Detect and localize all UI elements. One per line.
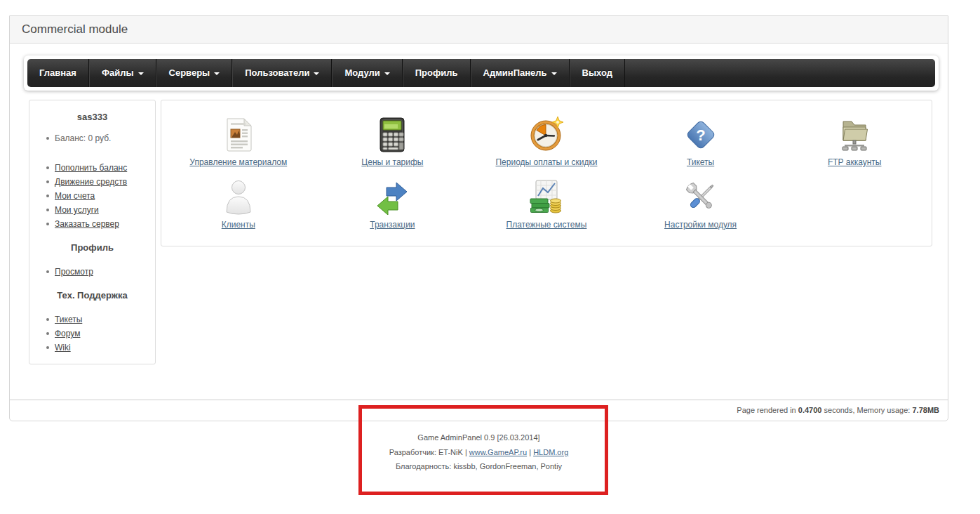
nav-item-adminpanel[interactable]: АдминПанель xyxy=(471,59,570,87)
shortcut-label: Тикеты xyxy=(687,157,714,167)
nav-item-label: Серверы xyxy=(169,67,210,78)
nav-item-label: Выход xyxy=(582,67,612,78)
sidebar-link-forum[interactable]: Форум xyxy=(55,329,80,338)
list-item: Просмотр xyxy=(43,265,155,279)
nav-item-users[interactable]: Пользователи xyxy=(232,59,332,87)
list-item: Пополнить баланс xyxy=(43,161,155,175)
footer-text: | xyxy=(527,448,533,456)
footer-thanks-line: Благодарность: kissbb, GordonFreeman, Po… xyxy=(9,459,948,474)
render-time-value: 0.4700 xyxy=(798,406,822,414)
status-text: Page rendered in xyxy=(737,406,798,414)
list-item: Форум xyxy=(43,327,155,341)
footer-version-line: Game AdminPanel 0.9 [26.03.2014] xyxy=(9,430,948,445)
render-statusbar: Page rendered in 0.4700 seconds, Memory … xyxy=(10,400,948,414)
shortcut-prices-tariffs[interactable]: Цены и тарифы xyxy=(316,114,470,167)
list-item: Мои услуги xyxy=(43,203,155,217)
nav-item-label: Пользователи xyxy=(245,67,309,78)
chevron-down-icon xyxy=(138,72,144,75)
shortcut-label: Управление материалом xyxy=(189,157,287,167)
payment-chart-icon xyxy=(528,177,565,215)
sidebar-username: sas333 xyxy=(29,112,155,122)
nav-item-label: Главная xyxy=(39,67,76,78)
sidebar-link-my-invoices[interactable]: Мои счета xyxy=(55,191,95,201)
nav-item-label: Профиль xyxy=(415,67,458,78)
shortcut-tickets[interactable]: ? Тикеты xyxy=(624,114,778,167)
sidebar: sas333 Баланс: 0 руб. Пополнить баланс Д… xyxy=(29,100,156,364)
tools-icon xyxy=(683,177,718,215)
list-item: Движение средств xyxy=(43,175,155,189)
nav-item-logout[interactable]: Выход xyxy=(570,59,625,87)
document-icon xyxy=(223,114,254,152)
sidebar-header-profile: Профиль xyxy=(29,242,155,253)
shortcut-label: Клиенты xyxy=(222,220,255,230)
navbar-wrapper: Главная Файлы Серверы Пользователи Модул… xyxy=(24,55,939,91)
shortcut-material-management[interactable]: Управление материалом xyxy=(161,114,316,167)
shortcut-module-settings[interactable]: Настройки модуля xyxy=(624,177,778,230)
shortcut-label: Цены и тарифы xyxy=(361,157,423,167)
network-folder-icon xyxy=(837,114,872,152)
svg-text:?: ? xyxy=(696,126,705,144)
shortcut-ftp-accounts[interactable]: FTP аккаунты xyxy=(777,114,932,167)
page-container: Commercial module Главная Файлы Серверы … xyxy=(9,15,948,421)
person-icon xyxy=(222,177,255,215)
sidebar-link-topup[interactable]: Пополнить баланс xyxy=(55,163,127,173)
clock-icon xyxy=(528,114,565,152)
shortcut-label: Периоды оплаты и скидки xyxy=(495,157,597,167)
chevron-down-icon xyxy=(214,72,220,75)
hldm-link[interactable]: HLDM.org xyxy=(533,448,568,456)
shortcut-clients[interactable]: Клиенты xyxy=(161,177,316,230)
shortcut-payment-systems[interactable]: Платежные системы xyxy=(469,177,624,230)
sidebar-link-order-server[interactable]: Заказать сервер xyxy=(55,219,119,229)
nav-item-servers[interactable]: Серверы xyxy=(156,59,233,87)
shortcut-label: FTP аккаунты xyxy=(828,157,882,167)
transfer-arrows-icon xyxy=(375,177,410,215)
list-item: Мои счета xyxy=(43,189,155,203)
nav-item-files[interactable]: Файлы xyxy=(89,59,156,87)
sidebar-link-wiki[interactable]: Wiki xyxy=(55,343,71,352)
nav-item-profile[interactable]: Профиль xyxy=(403,59,471,87)
module-shortcuts-panel: Управление материалом xyxy=(161,100,932,246)
help-diamond-icon: ? xyxy=(683,114,718,152)
gameap-link[interactable]: www.GameAP.ru xyxy=(469,448,527,456)
shortcut-label: Транзакции xyxy=(370,220,415,230)
balance-text: Баланс: 0 руб. xyxy=(43,131,155,145)
nav-item-label: Файлы xyxy=(102,67,134,78)
calculator-icon xyxy=(378,114,406,152)
shortcut-label: Настройки модуля xyxy=(664,220,737,230)
module-header: Commercial module xyxy=(10,16,948,44)
list-item: Заказать сервер xyxy=(43,217,155,231)
sidebar-link-my-services[interactable]: Мои услуги xyxy=(55,205,99,215)
nav-item-modules[interactable]: Модули xyxy=(332,59,402,87)
footer: Game AdminPanel 0.9 [26.03.2014] Разрабо… xyxy=(9,430,948,474)
list-item: Wiki xyxy=(43,341,155,355)
sidebar-link-funds-flow[interactable]: Движение средств xyxy=(55,177,127,187)
nav-item-label: АдминПанель xyxy=(483,67,547,78)
shortcut-label: Платежные системы xyxy=(506,220,587,230)
list-item: Тикеты xyxy=(43,312,155,327)
footer-developer-line: Разработчик: ET-NiK | www.GameAP.ru | HL… xyxy=(9,445,948,460)
icon-grid: Управление материалом xyxy=(161,100,932,230)
shortcut-transactions[interactable]: Транзакции xyxy=(316,177,470,230)
chevron-down-icon xyxy=(551,72,557,75)
chevron-down-icon xyxy=(384,72,390,75)
nav-item-label: Модули xyxy=(344,67,380,78)
navbar: Главная Файлы Серверы Пользователи Модул… xyxy=(27,59,935,87)
chevron-down-icon xyxy=(314,72,319,75)
page-title: Commercial module xyxy=(10,16,948,43)
shortcut-payment-periods[interactable]: Периоды оплаты и скидки xyxy=(469,114,624,167)
memory-usage-value: 7.78MB xyxy=(912,406,939,414)
sidebar-link-tickets[interactable]: Тикеты xyxy=(55,315,82,324)
footer-text: Разработчик: ET-NiK | xyxy=(389,448,469,456)
sidebar-header-support: Тех. Поддержка xyxy=(29,290,155,301)
nav-item-home[interactable]: Главная xyxy=(27,59,89,87)
sidebar-link-view-profile[interactable]: Просмотр xyxy=(55,267,93,277)
status-text: seconds, Memory usage: xyxy=(821,406,912,414)
